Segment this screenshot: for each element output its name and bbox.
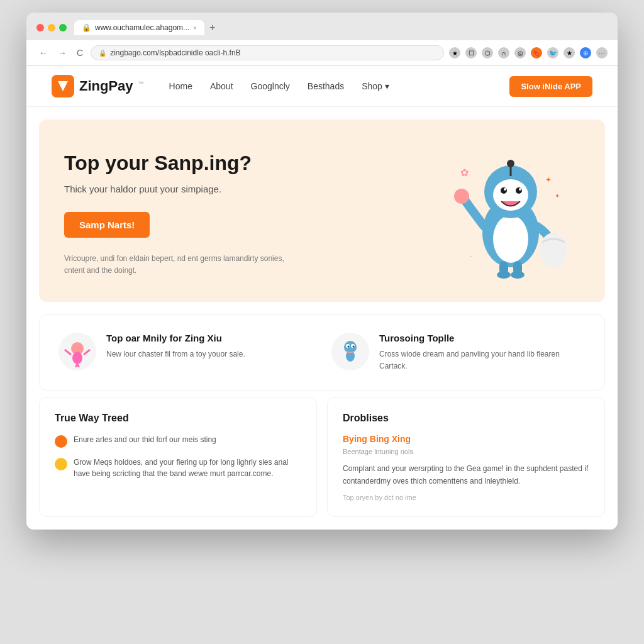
cast-icon[interactable]: ⬡	[482, 47, 493, 58]
page-content: ZingPay ™ Home About Googlncly Besthads …	[26, 66, 618, 530]
character-svg: ✿ ✦ ✦ ~	[441, 145, 580, 283]
lock-icon: 🔒	[82, 23, 91, 32]
toolbar-icons: ★ ☐ ⬡ ∩ ◎ 🔖 🐦 ★ ⊕ ⋯	[449, 47, 608, 58]
feature-item-2: Turosoing Toplle Cross wiode dream and p…	[331, 333, 586, 372]
left-card-title: True Way Treed	[55, 413, 301, 424]
logo-icon	[52, 75, 74, 97]
svg-text:~: ~	[470, 253, 473, 259]
logo-area: ZingPay ™	[52, 75, 144, 97]
svg-point-7	[516, 187, 522, 194]
card-item-text-1: Enure arles and our thid forf our meis s…	[74, 434, 216, 445]
extension-icon-orange[interactable]: 🔖	[531, 47, 542, 58]
nav-googlncly[interactable]: Googlncly	[251, 81, 290, 91]
nav-links: Home About Googlncly Besthads Shop ▾	[169, 81, 485, 91]
svg-point-1	[493, 215, 528, 263]
features-section: Top oar Mnily for Zing Xiu New lour chas…	[39, 314, 605, 391]
menu-icon[interactable]: ⋯	[596, 47, 608, 58]
nav-home[interactable]: Home	[169, 81, 192, 91]
svg-point-16	[497, 271, 511, 279]
active-tab[interactable]: 🔒 www.ouchamulec.ahagom... ×	[74, 20, 204, 35]
nav-shop-label: Shop	[362, 81, 382, 91]
site-nav: ZingPay ™ Home About Googlncly Besthads …	[26, 66, 618, 107]
title-bar: 🔒 www.ouchamulec.ahagom... × +	[26, 13, 618, 40]
star-icon[interactable]: ★	[449, 47, 460, 58]
nav-cta-button[interactable]: Slow iNide APP	[509, 76, 592, 97]
traffic-lights	[36, 24, 67, 31]
card-link[interactable]: Bying Bing Xing	[343, 434, 589, 444]
svg-line-27	[77, 364, 80, 367]
feature-title-1: Top oar Mnily for Zing Xiu	[106, 333, 245, 343]
camera-icon[interactable]: ◎	[514, 47, 526, 58]
feature-icon-2	[331, 333, 369, 370]
browser-window: 🔒 www.ouchamulec.ahagom... × + ← → C 🔒 z…	[26, 13, 618, 530]
right-card-title: Droblises	[343, 413, 589, 424]
hero-content: Top your Sanp.ing? Thick your haldor puu…	[64, 151, 429, 277]
card-item-text-2: Grow Meqs holdoes, and your fiering up f…	[74, 457, 301, 479]
nav-about[interactable]: About	[210, 81, 233, 91]
svg-text:✿: ✿	[460, 167, 469, 178]
svg-point-23	[72, 352, 82, 364]
svg-point-6	[501, 187, 507, 194]
hero-image: ✿ ✦ ✦ ~	[441, 145, 580, 283]
profile-icon[interactable]: ∩	[498, 47, 509, 58]
svg-point-12	[454, 189, 469, 204]
hero-cta-button[interactable]: Samp Narts!	[64, 212, 150, 238]
hero-title: Top your Sanp.ing?	[64, 151, 429, 175]
feature-desc-2: Cross wiode dream and panvling your hand…	[379, 348, 586, 372]
feature-title-2: Turosoing Toplle	[379, 333, 586, 343]
twitter-icon[interactable]: 🐦	[547, 47, 558, 58]
tab-icon[interactable]: ☐	[465, 47, 477, 58]
forward-button[interactable]: →	[55, 47, 69, 59]
svg-line-24	[65, 350, 71, 355]
maximize-button[interactable]	[59, 24, 67, 31]
tab-close-icon[interactable]: ×	[193, 25, 197, 31]
minimize-button[interactable]	[48, 24, 55, 31]
tab-title: www.ouchamulec.ahagom...	[95, 23, 189, 32]
nav-shop-dropdown[interactable]: Shop ▾	[362, 81, 389, 91]
feature-text-1: Top oar Mnily for Zing Xiu New lour chas…	[106, 333, 245, 360]
svg-point-33	[353, 346, 355, 348]
bullet-icon-orange	[55, 435, 67, 448]
svg-point-8	[504, 188, 506, 191]
svg-line-25	[84, 350, 90, 355]
svg-point-9	[519, 188, 521, 191]
bottom-cards: True Way Treed Enure arles and our thid …	[39, 397, 605, 516]
feature-text-2: Turosoing Toplle Cross wiode dream and p…	[379, 333, 586, 372]
logo-text: ZingPay	[79, 78, 133, 94]
svg-point-17	[511, 271, 525, 279]
chevron-down-icon: ▾	[385, 81, 389, 91]
tab-bar: 🔒 www.ouchamulec.ahagom... × +	[74, 20, 608, 35]
new-tab-button[interactable]: +	[207, 22, 218, 33]
card-description: Complant and your wersrpting to the Gea …	[343, 463, 589, 487]
address-bar: ← → C 🔒 zingbago.com/lspbadcinidle oacli…	[26, 40, 618, 66]
svg-text:✦: ✦	[545, 175, 552, 184]
url-bar[interactable]: 🔒 zingbago.com/lspbadcinidle oacli-h.fnB	[91, 45, 444, 60]
card-list-item-1: Enure arles and our thid forf our meis s…	[55, 434, 301, 448]
feature-desc-1: New lour chaster fil from a toy youor sa…	[106, 348, 245, 360]
card-subtitle: Beentage lntuning nols	[343, 448, 589, 455]
nav-besthads[interactable]: Besthads	[308, 81, 344, 91]
right-card: Droblises Bying Bing Xing Beentage lntun…	[327, 397, 605, 516]
svg-point-11	[507, 160, 514, 167]
refresh-button[interactable]: C	[74, 47, 86, 59]
svg-point-13	[540, 233, 567, 268]
svg-point-32	[348, 346, 350, 348]
left-card: True Way Treed Enure arles and our thid …	[39, 397, 317, 516]
card-footer-text: Top oryen by dct no ime	[343, 494, 589, 501]
bullet-icon-yellow	[55, 458, 67, 470]
back-button[interactable]: ←	[36, 47, 50, 59]
profile-icon-blue[interactable]: ⊕	[580, 47, 591, 58]
feature-icon-1	[58, 333, 96, 370]
bookmark-icon[interactable]: ★	[564, 47, 575, 58]
hero-subtitle: Thick your haldor puut your simpiage.	[64, 182, 429, 197]
close-button[interactable]	[36, 24, 44, 31]
hero-section: Top your Sanp.ing? Thick your haldor puu…	[39, 119, 605, 302]
feature-item-1: Top oar Mnily for Zing Xiu New lour chas…	[58, 333, 313, 372]
hero-description: Vricoupre, undi fon eldain bepert, nd en…	[64, 253, 303, 277]
card-list-item-2: Grow Meqs holdoes, and your fiering up f…	[55, 457, 301, 479]
svg-text:✦: ✦	[555, 192, 560, 199]
secure-icon: 🔒	[99, 50, 106, 57]
url-text: zingbago.com/lspbadcinidle oacli-h.fnB	[110, 48, 240, 57]
